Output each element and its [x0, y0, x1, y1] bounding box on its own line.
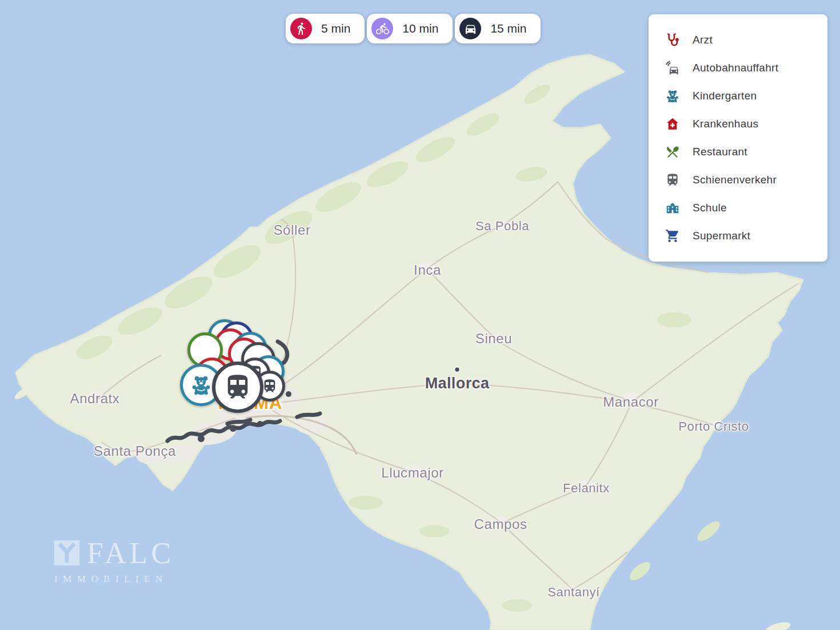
island-label-mallorca: Mallorca: [425, 375, 490, 392]
teddy-bear-icon: [190, 374, 213, 396]
school-icon: [665, 200, 680, 215]
car-icon: [459, 18, 481, 39]
drive-time-pill[interactable]: 15 min: [455, 14, 541, 43]
town-label-santanyi: Santanyí: [547, 585, 600, 600]
legend-item-schule[interactable]: Schule: [649, 200, 827, 215]
hospital-icon: [665, 117, 680, 132]
town-label-llucmajor: Llucmajor: [381, 465, 443, 481]
town-label-porto-cristo: Porto Cristo: [678, 419, 749, 434]
town-label-sa-pobla: Sa Pobla: [475, 219, 529, 234]
legend-item-kindergarten[interactable]: Kindergarten: [649, 89, 827, 104]
falc-watermark: FALC IMMOBILIEN: [54, 540, 174, 585]
town-label-santa-ponca: Santa Ponça: [94, 443, 176, 459]
train-icon: [223, 372, 253, 402]
watermark-brand: FALC: [87, 540, 174, 567]
walk-time-label: 5 min: [321, 22, 350, 35]
legend-item-schienenverkehr[interactable]: Schienenverkehr: [649, 172, 827, 187]
legend-item-krankenhaus[interactable]: Krankenhaus: [649, 117, 827, 132]
poi-marker-schienenverkehr[interactable]: [212, 362, 263, 413]
map-screen: Sóller Sa Pobla Inca Sineu Mallorca Mana…: [0, 0, 840, 630]
legend-label: Supermarkt: [693, 230, 750, 242]
town-label-sineu: Sineu: [475, 331, 512, 347]
legend-label: Kindergarten: [693, 90, 757, 102]
train-icon: [665, 172, 680, 187]
falc-logo-icon: [54, 540, 79, 565]
walk-time-pill[interactable]: 5 min: [286, 14, 365, 43]
motorway-ramp-icon: [665, 61, 680, 76]
teddy-bear-icon: [665, 89, 680, 104]
island-centre-dot: [455, 367, 460, 372]
town-label-soller: Sóller: [274, 222, 311, 238]
town-label-andratx: Andratx: [70, 391, 120, 407]
train-icon: [262, 378, 278, 394]
legend-label: Autobahnauffahrt: [693, 62, 778, 74]
legend-item-restaurant[interactable]: Restaurant: [649, 144, 827, 159]
travel-time-bar: 5 min 10 min 15 min: [286, 14, 541, 43]
walking-icon: [290, 18, 312, 39]
cutlery-icon: [665, 144, 680, 159]
legend-label: Krankenhaus: [693, 118, 758, 130]
legend-label: Arzt: [693, 34, 713, 46]
cyclist-icon: [371, 18, 393, 39]
drive-time-label: 15 min: [490, 22, 526, 35]
watermark-subtitle: IMMOBILIEN: [54, 573, 174, 585]
town-label-campos: Campos: [474, 516, 527, 532]
stethoscope-icon: [665, 33, 680, 48]
town-label-inca: Inca: [414, 262, 441, 278]
bike-time-pill[interactable]: 10 min: [367, 14, 453, 43]
legend-label: Schule: [693, 202, 727, 214]
legend-label: Schienenverkehr: [693, 174, 777, 186]
town-label-felanitx: Felanitx: [563, 481, 610, 496]
shopping-cart-icon: [665, 228, 680, 243]
legend-label: Restaurant: [693, 146, 747, 158]
town-label-manacor: Manacor: [603, 394, 659, 410]
legend-item-autobahnauffahrt[interactable]: Autobahnauffahrt: [649, 61, 827, 76]
poi-legend-panel: Arzt Autobahnauffahrt: [649, 14, 827, 262]
legend-item-supermarkt[interactable]: Supermarkt: [649, 228, 827, 243]
bike-time-label: 10 min: [402, 22, 438, 35]
legend-item-arzt[interactable]: Arzt: [649, 33, 827, 48]
